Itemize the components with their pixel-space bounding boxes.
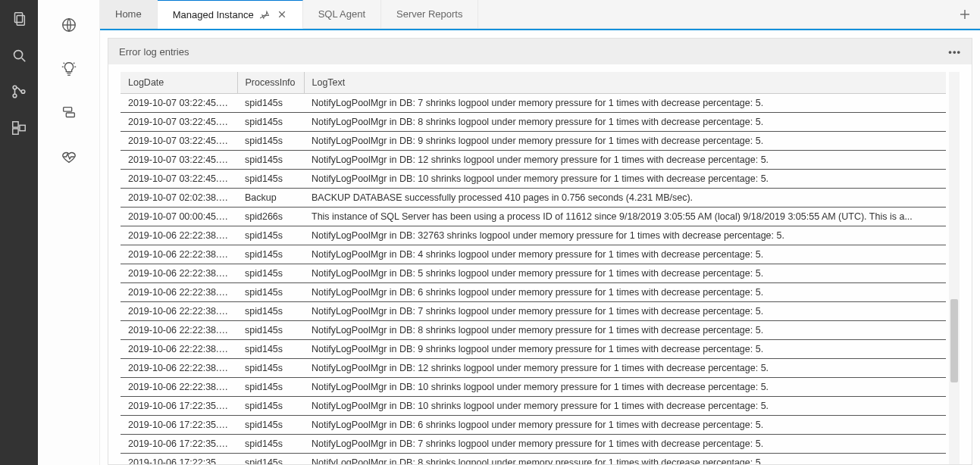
cell-logdate: 2019-10-07 02:02:38.360 xyxy=(121,188,237,207)
lightbulb-icon[interactable] xyxy=(59,59,79,79)
heartbeat-icon[interactable] xyxy=(59,147,79,167)
tab-sql-agent[interactable]: SQL Agent xyxy=(303,0,381,28)
cell-logdate: 2019-10-07 03:22:45.120 xyxy=(121,169,237,188)
svg-rect-0 xyxy=(15,13,23,23)
cell-logdate: 2019-10-06 22:22:38.280 xyxy=(121,377,237,396)
cell-processinfo: spid145s xyxy=(237,112,304,131)
cell-logdate: 2019-10-06 22:22:38.280 xyxy=(121,226,237,245)
table-row[interactable]: 2019-10-06 17:22:35.880spid145sNotifyLog… xyxy=(121,396,946,415)
cell-logtext: NotifyLogPoolMgr in DB: 6 shrinks logpoo… xyxy=(304,415,946,434)
scrollbar[interactable] xyxy=(949,72,960,464)
extensions-icon[interactable] xyxy=(9,118,29,138)
table-row[interactable]: 2019-10-06 22:22:38.280spid145sNotifyLog… xyxy=(121,339,946,358)
cell-processinfo: spid145s xyxy=(237,453,304,464)
cell-logdate: 2019-10-06 17:22:35.870 xyxy=(121,434,237,453)
svg-rect-15 xyxy=(63,108,71,112)
cell-logtext: NotifyLogPoolMgr in DB: 32763 shrinks lo… xyxy=(304,226,946,245)
table-row[interactable]: 2019-10-06 22:22:38.280spid145sNotifyLog… xyxy=(121,264,946,282)
svg-line-3 xyxy=(22,58,26,62)
source-control-icon[interactable] xyxy=(9,82,29,101)
close-icon[interactable] xyxy=(277,9,287,20)
table-row[interactable]: 2019-10-06 22:22:38.280spid145sNotifyLog… xyxy=(121,282,946,301)
svg-rect-1 xyxy=(17,15,24,25)
cell-logdate: 2019-10-06 22:22:38.280 xyxy=(121,320,237,339)
database-stack-icon[interactable] xyxy=(59,103,79,123)
cell-processinfo: spid145s xyxy=(237,396,304,415)
content: Error log entries ••• LogDate ProcessInf… xyxy=(100,29,980,465)
cell-processinfo: spid145s xyxy=(237,150,304,169)
cell-logtext: NotifyLogPoolMgr in DB: 5 shrinks logpoo… xyxy=(304,264,946,282)
tab-managed-instance[interactable]: Managed Instance xyxy=(158,0,303,29)
more-options-icon[interactable]: ••• xyxy=(948,46,961,58)
table-row[interactable]: 2019-10-06 22:22:38.280spid145sNotifyLog… xyxy=(121,226,946,245)
cell-processinfo: spid145s xyxy=(237,131,304,150)
globe-icon[interactable] xyxy=(59,15,79,35)
table-row[interactable]: 2019-10-06 17:22:35.870spid145sNotifyLog… xyxy=(121,415,946,434)
panel-title: Error log entries xyxy=(119,46,189,58)
svg-line-13 xyxy=(63,63,64,64)
cell-processinfo: spid145s xyxy=(237,245,304,264)
cell-processinfo: spid145s xyxy=(237,226,304,245)
table-row[interactable]: 2019-10-07 00:00:45.410spid266sThis inst… xyxy=(121,207,946,226)
activity-bar xyxy=(0,0,38,465)
cell-logdate: 2019-10-07 03:22:45.120 xyxy=(121,93,237,112)
col-logtext[interactable]: LogText xyxy=(304,72,946,93)
table-row[interactable]: 2019-10-06 22:22:38.280spid145sNotifyLog… xyxy=(121,358,946,377)
cell-logdate: 2019-10-06 22:22:38.280 xyxy=(121,245,237,264)
svg-rect-9 xyxy=(20,125,25,130)
col-logdate[interactable]: LogDate xyxy=(121,72,237,93)
cell-logtext: NotifyLogPoolMgr in DB: 7 shrinks logpoo… xyxy=(304,301,946,320)
table-row[interactable]: 2019-10-07 02:02:38.360BackupBACKUP DATA… xyxy=(121,188,946,207)
error-log-panel: Error log entries ••• LogDate ProcessInf… xyxy=(108,38,972,465)
cell-logtext: NotifyLogPoolMgr in DB: 7 shrinks logpoo… xyxy=(304,434,946,453)
cell-logtext: NotifyLogPoolMgr in DB: 4 shrinks logpoo… xyxy=(304,245,946,264)
cell-logtext: This instance of SQL Server has been usi… xyxy=(304,207,946,226)
table-row[interactable]: 2019-10-07 03:22:45.120spid145sNotifyLog… xyxy=(121,150,946,169)
files-icon[interactable] xyxy=(9,9,29,29)
tab-label: SQL Agent xyxy=(318,8,365,20)
cell-logdate: 2019-10-06 17:22:35.870 xyxy=(121,415,237,434)
cell-logtext: NotifyLogPoolMgr in DB: 12 shrinks logpo… xyxy=(304,358,946,377)
cell-logtext: NotifyLogPoolMgr in DB: 8 shrinks logpoo… xyxy=(304,453,946,464)
cell-logdate: 2019-10-07 03:22:45.120 xyxy=(121,131,237,150)
cell-logdate: 2019-10-07 00:00:45.410 xyxy=(121,207,237,226)
panel-header: Error log entries ••• xyxy=(108,39,972,64)
search-icon[interactable] xyxy=(9,45,29,65)
table-row[interactable]: 2019-10-07 03:22:45.120spid145sNotifyLog… xyxy=(121,169,946,188)
cell-processinfo: spid145s xyxy=(237,93,304,112)
scrollbar-thumb[interactable] xyxy=(950,299,958,382)
table-row[interactable]: 2019-10-06 22:22:38.280spid145sNotifyLog… xyxy=(121,320,946,339)
svg-rect-7 xyxy=(13,122,18,127)
table-row[interactable]: 2019-10-06 17:22:35.870spid145sNotifyLog… xyxy=(121,434,946,453)
cell-processinfo: spid266s xyxy=(237,207,304,226)
table-row[interactable]: 2019-10-07 03:22:45.120spid145sNotifyLog… xyxy=(121,112,946,131)
panel-body: LogDate ProcessInfo LogText 2019-10-07 0… xyxy=(108,64,972,464)
cell-logdate: 2019-10-06 22:22:38.280 xyxy=(121,301,237,320)
new-tab-button[interactable] xyxy=(950,0,980,28)
pin-icon[interactable] xyxy=(260,9,271,20)
table-container: LogDate ProcessInfo LogText 2019-10-07 0… xyxy=(121,72,946,464)
cell-logtext: NotifyLogPoolMgr in DB: 6 shrinks logpoo… xyxy=(304,282,946,301)
tab-server-reports[interactable]: Server Reports xyxy=(381,0,478,28)
table-row[interactable]: 2019-10-06 22:22:38.280spid145sNotifyLog… xyxy=(121,377,946,396)
cell-logtext: NotifyLogPoolMgr in DB: 8 shrinks logpoo… xyxy=(304,112,946,131)
svg-point-5 xyxy=(13,94,17,98)
cell-processinfo: spid145s xyxy=(237,301,304,320)
table-row[interactable]: 2019-10-06 17:22:35.870spid145sNotifyLog… xyxy=(121,453,946,464)
col-processinfo[interactable]: ProcessInfo xyxy=(237,72,304,93)
table-row[interactable]: 2019-10-07 03:22:45.120spid145sNotifyLog… xyxy=(121,131,946,150)
table-row[interactable]: 2019-10-06 22:22:38.280spid145sNotifyLog… xyxy=(121,301,946,320)
tab-home[interactable]: Home xyxy=(100,0,158,28)
cell-logdate: 2019-10-07 03:22:45.120 xyxy=(121,112,237,131)
cell-processinfo: spid145s xyxy=(237,415,304,434)
cell-logdate: 2019-10-06 22:22:38.280 xyxy=(121,339,237,358)
cell-logtext: NotifyLogPoolMgr in DB: 10 shrinks logpo… xyxy=(304,377,946,396)
table-row[interactable]: 2019-10-06 22:22:38.280spid145sNotifyLog… xyxy=(121,245,946,264)
error-log-table: LogDate ProcessInfo LogText 2019-10-07 0… xyxy=(121,72,946,464)
cell-logdate: 2019-10-06 22:22:38.280 xyxy=(121,282,237,301)
svg-rect-8 xyxy=(13,129,18,134)
table-row[interactable]: 2019-10-07 03:22:45.120spid145sNotifyLog… xyxy=(121,93,946,112)
table-header-row: LogDate ProcessInfo LogText xyxy=(121,72,946,93)
cell-logdate: 2019-10-06 17:22:35.880 xyxy=(121,396,237,415)
cell-logdate: 2019-10-06 22:22:38.280 xyxy=(121,358,237,377)
